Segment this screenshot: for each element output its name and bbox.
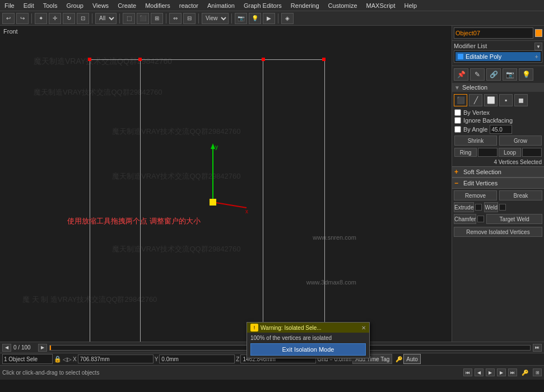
menu-rendering[interactable]: Rendering <box>289 2 322 9</box>
play-end-btn[interactable]: ⏭ <box>508 368 517 376</box>
sel-vertex-btn[interactable]: ⬛ <box>454 94 467 106</box>
menu-edit[interactable]: Edit <box>21 2 36 9</box>
menu-graph-editors[interactable]: Graph Editors <box>241 2 284 9</box>
key-filters-btn[interactable]: ⊞ <box>533 368 542 376</box>
soft-selection-header[interactable]: + Soft Selection <box>452 166 544 178</box>
select-region-btn[interactable]: ⬛ <box>137 13 149 24</box>
object-select-input[interactable] <box>2 354 53 364</box>
menu-create[interactable]: Create <box>115 2 138 9</box>
extrude-settings-btn[interactable] <box>475 204 482 211</box>
exit-isolation-btn[interactable]: Exit Isolation Mode <box>250 343 366 356</box>
sel-element-btn[interactable]: ◼ <box>514 94 528 106</box>
play-btn[interactable]: ▶ <box>486 368 495 376</box>
render-btn[interactable]: ▶ <box>263 13 275 24</box>
auto-btn[interactable]: Auto <box>403 354 421 364</box>
extrude-btn[interactable]: Extrude <box>454 202 474 212</box>
select-obj-btn[interactable]: ⬚ <box>123 13 135 24</box>
by-angle-label: By Angle <box>463 126 487 133</box>
statusbar-bottom: Click or click-and-drag to select object… <box>0 366 544 380</box>
viewport-label: Front <box>3 28 18 35</box>
menu-file[interactable]: File <box>2 2 17 9</box>
tl-end-btn[interactable]: ⏭ <box>533 344 542 352</box>
menu-views[interactable]: Views <box>90 2 111 9</box>
camera-btn[interactable]: 📷 <box>235 13 247 24</box>
by-vertex-label: By Vertex <box>463 109 490 116</box>
sep4 <box>166 13 166 24</box>
light2-icon[interactable]: 💡 <box>519 68 533 81</box>
lock-icon[interactable]: 🔒 <box>54 356 62 363</box>
menu-modifiers[interactable]: Modifiers <box>143 2 173 9</box>
viewport[interactable]: Front 魔天制造VRAY技术交流QQ群29842760 魔天制造VRAY技术… <box>0 26 452 342</box>
object-name-input[interactable] <box>454 27 533 39</box>
instruction-text: 使用放缩工具拖拽两个点 调整窗户的大小 <box>67 216 201 226</box>
menu-maxscript[interactable]: MAXScript <box>364 2 398 9</box>
x-input[interactable] <box>78 354 154 363</box>
pin-icon[interactable]: 📌 <box>454 68 468 81</box>
menu-group[interactable]: Group <box>64 2 86 9</box>
object-color-swatch[interactable] <box>535 29 542 37</box>
sel-border-btn[interactable]: ⬜ <box>484 94 497 106</box>
svg-rect-5 <box>210 199 216 206</box>
corner-tl <box>138 58 142 61</box>
view-dropdown[interactable]: View <box>202 13 229 24</box>
menu-tools[interactable]: Tools <box>41 2 60 9</box>
play-back-btn[interactable]: ⏮ <box>463 368 472 376</box>
sel-edge-btn[interactable]: ╱ <box>469 94 482 106</box>
selection-icons: ⬛ ╱ ⬜ ▪ ◼ <box>452 92 544 109</box>
remove-btn[interactable]: Remove <box>454 190 497 200</box>
rotate-btn[interactable]: ↻ <box>63 13 75 24</box>
tl-prev-btn[interactable]: ◀ <box>2 344 11 352</box>
by-angle-checkbox[interactable] <box>454 126 461 133</box>
next-frame-btn[interactable]: ▶ <box>497 368 506 376</box>
window-btn[interactable]: ⊞ <box>151 13 163 24</box>
camera-icon[interactable]: 📷 <box>503 68 517 81</box>
ring-btn[interactable]: Ring <box>454 148 477 157</box>
by-vertex-checkbox[interactable] <box>454 109 461 116</box>
redo-btn[interactable]: ↪ <box>16 13 29 24</box>
remove-isolated-btn[interactable]: Remove Isolated Vertices <box>454 227 542 237</box>
link-icon[interactable]: 🔗 <box>486 68 501 81</box>
edit-icon[interactable]: ✎ <box>470 68 485 81</box>
filter-dropdown[interactable]: All <box>95 13 117 24</box>
weld-settings-btn[interactable] <box>499 204 506 211</box>
modifier-dropdown-btn[interactable]: ▼ <box>534 43 542 50</box>
light-btn[interactable]: 💡 <box>249 13 261 24</box>
grow-btn[interactable]: Grow <box>499 136 542 146</box>
undo-btn[interactable]: ↩ <box>2 13 15 24</box>
angle-value-input[interactable] <box>490 125 512 134</box>
named-sel-btn[interactable]: ◈ <box>281 13 294 24</box>
move-btn[interactable]: ✛ <box>49 13 61 24</box>
selection-header: ▼ Selection <box>452 83 544 92</box>
chamfer-targetweld-row: Chamfer Target Weld <box>454 214 542 224</box>
chamfer-btn[interactable]: Chamfer <box>454 214 476 224</box>
shrink-grow-row: Shrink Grow <box>452 134 544 147</box>
ignore-backfacing-checkbox[interactable] <box>454 117 461 124</box>
ignore-backfacing-label: Ignore Backfacing <box>463 117 513 124</box>
tl-next-btn[interactable]: ▶ <box>38 344 47 352</box>
edit-vertices-header[interactable]: − Edit Vertices <box>452 178 544 189</box>
weld-btn[interactable]: Weld <box>484 202 498 212</box>
target-weld-btn[interactable]: Target Weld <box>486 214 542 224</box>
soft-selection-label: Soft Selection <box>463 169 501 175</box>
corner-tr <box>262 58 265 61</box>
menu-animation[interactable]: Animation <box>205 2 237 9</box>
align-btn[interactable]: ⊟ <box>183 13 196 24</box>
prev-frame-btn[interactable]: ◀ <box>475 368 483 376</box>
warning-close-btn[interactable]: ✕ <box>361 325 366 331</box>
menu-help[interactable]: Help <box>402 2 420 9</box>
menu-customize[interactable]: Customize <box>326 2 360 9</box>
scale-btn[interactable]: ⊡ <box>77 13 89 24</box>
menu-reactor[interactable]: reactor <box>177 2 201 9</box>
sel-polygon-btn[interactable]: ▪ <box>499 94 513 106</box>
select-btn[interactable]: ✦ <box>35 13 47 24</box>
y-input[interactable] <box>159 354 235 363</box>
shrink-btn[interactable]: Shrink <box>454 136 497 146</box>
break-btn[interactable]: Break <box>499 190 542 200</box>
chamfer-settings-btn[interactable] <box>477 216 484 222</box>
loop-btn[interactable]: Loop <box>499 148 521 157</box>
ring-value[interactable] <box>478 148 497 157</box>
mirror-btn[interactable]: ⇔ <box>169 13 182 24</box>
loop-value[interactable] <box>522 148 542 157</box>
sep3 <box>119 13 120 24</box>
modifier-editable-poly[interactable]: Editable Poly + <box>455 52 541 61</box>
